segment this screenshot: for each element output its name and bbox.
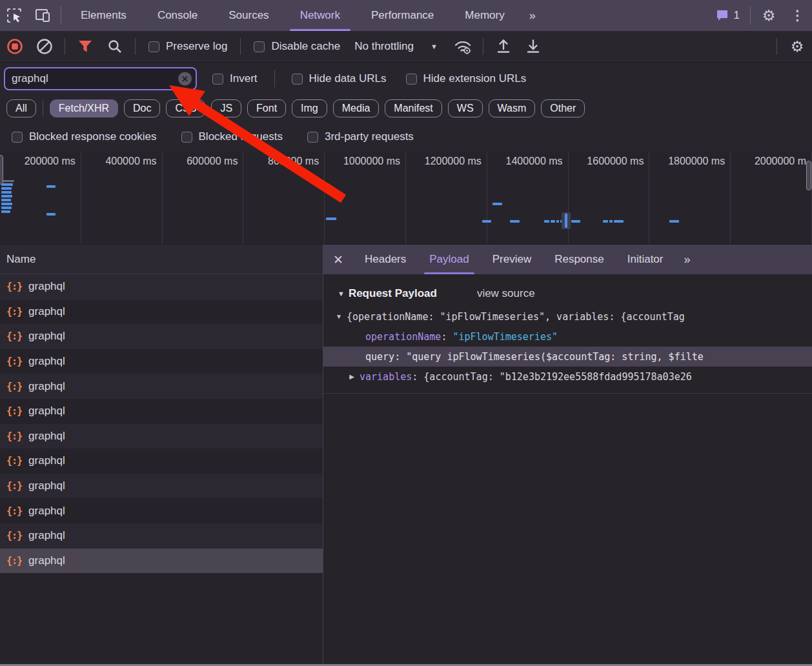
- filter-option-label[interactable]: Blocked requests: [199, 130, 283, 143]
- disable-cache-label[interactable]: Disable cache: [271, 40, 340, 53]
- details-tab-preview[interactable]: Preview: [481, 245, 543, 274]
- chip-other[interactable]: Other: [541, 99, 585, 117]
- request-row[interactable]: {:}graphql: [0, 349, 323, 374]
- tab-elements[interactable]: Elements: [65, 0, 142, 31]
- more-panels-icon[interactable]: »: [520, 9, 543, 23]
- more-details-tabs-icon[interactable]: »: [675, 253, 698, 267]
- invert-checkbox[interactable]: [212, 74, 223, 85]
- request-row[interactable]: {:}graphql: [0, 374, 323, 399]
- preserve-log-label[interactable]: Preserve log: [166, 40, 227, 53]
- device-toolbar-icon: [34, 7, 51, 24]
- hide-data-urls-checkbox[interactable]: [292, 74, 303, 85]
- import-har-button[interactable]: [489, 34, 518, 59]
- fetch-xhr-icon: {:}: [6, 430, 22, 442]
- request-name: graphql: [28, 505, 65, 518]
- request-row[interactable]: {:}graphql: [0, 274, 323, 299]
- preserve-log-control: Preserve log: [148, 40, 227, 53]
- hide-extension-urls-checkbox[interactable]: [406, 74, 417, 85]
- inspect-element-button[interactable]: [0, 3, 28, 28]
- 3rd-party-requests-checkbox[interactable]: [307, 132, 318, 143]
- filter-option-label[interactable]: 3rd-party requests: [325, 130, 414, 143]
- record-network-log-button[interactable]: [0, 34, 30, 59]
- tab-console[interactable]: Console: [142, 0, 213, 31]
- timeline-tick-label: 2000000 m: [755, 156, 806, 167]
- invert-label[interactable]: Invert: [230, 72, 258, 85]
- name-column-header[interactable]: Name: [0, 245, 323, 274]
- record-icon: [6, 38, 23, 55]
- network-toolbar: Preserve log Disable cache No throttling…: [0, 31, 812, 63]
- disable-cache-checkbox[interactable]: [254, 41, 265, 52]
- payload-tree-row[interactable]: ▼{operationName: "ipFlowTimeseries", var…: [323, 307, 812, 327]
- request-row[interactable]: {:}graphql: [0, 449, 323, 474]
- devtools-menu-button[interactable]: ⋮: [783, 8, 812, 23]
- devtools-window: ElementsConsoleSourcesNetworkPerformance…: [0, 0, 812, 666]
- hide-extension-urls-label[interactable]: Hide extension URLs: [423, 72, 527, 85]
- request-waterfall-bar: [46, 213, 56, 216]
- details-tab-response[interactable]: Response: [543, 245, 616, 274]
- details-tabs: HeadersPayloadPreviewResponseInitiator: [353, 245, 675, 274]
- tab-performance[interactable]: Performance: [356, 0, 449, 31]
- payload-tree-row[interactable]: query: "query ipFlowTimeseries($accountT…: [323, 347, 812, 367]
- chip-all[interactable]: All: [6, 99, 36, 117]
- export-har-button[interactable]: [518, 34, 548, 59]
- chip-img[interactable]: Img: [292, 99, 327, 117]
- request-row[interactable]: {:}graphql: [0, 523, 323, 549]
- chip-ws[interactable]: WS: [448, 99, 483, 117]
- tab-sources[interactable]: Sources: [213, 0, 284, 31]
- blocked-requests-checkbox[interactable]: [181, 132, 192, 143]
- chip-manifest[interactable]: Manifest: [385, 99, 442, 117]
- details-tab-headers[interactable]: Headers: [353, 245, 418, 274]
- details-tab-payload[interactable]: Payload: [418, 245, 480, 274]
- preserve-log-checkbox[interactable]: [148, 41, 159, 52]
- clear-filter-button[interactable]: ✕: [178, 72, 192, 86]
- request-row[interactable]: {:}graphql: [0, 474, 323, 499]
- payload-tree-row[interactable]: operationName: "ipFlowTimeseries": [323, 327, 812, 347]
- issues-button[interactable]: 1: [709, 8, 746, 23]
- chip-js[interactable]: JS: [211, 99, 241, 117]
- chip-fetch-xhr[interactable]: Fetch/XHR: [50, 99, 118, 117]
- close-details-button[interactable]: ✕: [323, 245, 353, 274]
- json-text: {operationName: "ipFlowTimeseries", vari…: [347, 311, 685, 323]
- blocked-response-cookies-checkbox[interactable]: [12, 132, 23, 143]
- filter-toggle-button[interactable]: [70, 34, 100, 59]
- tree-disclosure-icon[interactable]: ▶: [347, 373, 356, 380]
- tab-memory[interactable]: Memory: [449, 0, 520, 31]
- hide-data-urls-label[interactable]: Hide data URLs: [309, 72, 387, 85]
- section-divider: [323, 393, 812, 394]
- throttling-select[interactable]: No throttling ▼: [354, 40, 438, 53]
- tree-disclosure-icon[interactable]: ▼: [334, 313, 343, 320]
- request-row[interactable]: {:}graphql: [0, 299, 323, 325]
- request-waterfall-bar: [544, 220, 549, 223]
- clear-network-log-button[interactable]: [30, 34, 59, 59]
- chip-font[interactable]: Font: [247, 99, 286, 117]
- issues-count: 1: [734, 9, 740, 22]
- chip-css[interactable]: CSS: [166, 99, 205, 117]
- network-overview-timeline[interactable]: 200000 ms400000 ms600000 ms800000 ms1000…: [0, 152, 812, 245]
- chip-media[interactable]: Media: [333, 99, 380, 117]
- network-settings-button[interactable]: ⚙: [782, 34, 812, 59]
- filter-option-label[interactable]: Blocked response cookies: [29, 130, 157, 143]
- filter-input[interactable]: [5, 72, 196, 85]
- network-conditions-button[interactable]: [448, 34, 478, 59]
- tab-network[interactable]: Network: [285, 0, 356, 31]
- settings-button[interactable]: ⚙: [755, 3, 783, 28]
- payload-tree-row[interactable]: ▶variables: {accountTag: "b12e3b2192ee55…: [323, 367, 812, 387]
- toolbar-divider: [61, 6, 61, 25]
- view-source-link[interactable]: view source: [477, 287, 535, 300]
- chip-doc[interactable]: Doc: [124, 99, 160, 117]
- request-row[interactable]: {:}graphql: [0, 424, 323, 449]
- toolbar-divider: [483, 38, 483, 55]
- request-row[interactable]: {:}graphql: [0, 549, 323, 574]
- collapse-triangle-icon[interactable]: ▼: [338, 290, 345, 298]
- overview-left-handle[interactable]: [0, 155, 3, 185]
- details-tab-initiator[interactable]: Initiator: [616, 245, 675, 274]
- overview-right-handle[interactable]: [806, 161, 811, 190]
- search-button[interactable]: [100, 34, 130, 59]
- device-toolbar-button[interactable]: [28, 3, 57, 28]
- request-row[interactable]: {:}graphql: [0, 399, 323, 424]
- request-name: graphql: [28, 330, 65, 343]
- request-row[interactable]: {:}graphql: [0, 498, 323, 523]
- chip-wasm[interactable]: Wasm: [489, 99, 536, 117]
- request-row[interactable]: {:}graphql: [0, 324, 323, 349]
- request-waterfall-bar: [1, 195, 12, 197]
